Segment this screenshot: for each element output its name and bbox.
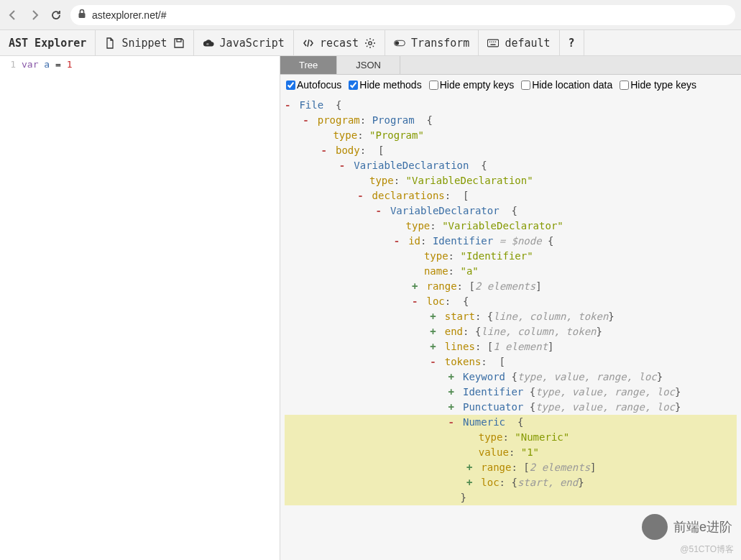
expand-icon[interactable]: + [430, 309, 438, 324]
parser-menu[interactable]: recast [294, 30, 385, 55]
watermark: 前端e进阶 [642, 514, 732, 540]
collapse-icon[interactable]: - [412, 294, 420, 309]
brand-label[interactable]: AST Explorer [0, 30, 96, 55]
collapse-icon[interactable]: - [375, 203, 384, 219]
transform-toggle[interactable]: Transform [385, 30, 479, 55]
collapse-icon[interactable]: - [285, 98, 293, 113]
expand-icon[interactable]: + [448, 385, 457, 400]
back-button[interactable] [6, 8, 20, 22]
collapse-icon[interactable]: - [339, 158, 348, 173]
expand-icon[interactable]: + [466, 460, 475, 475]
keybinding-label: default [505, 37, 550, 50]
svg-rect-0 [79, 13, 86, 18]
line-number: 1 [6, 59, 16, 70]
collapse-icon[interactable]: - [430, 354, 438, 369]
tree-options: Autofocus Hide methods Hide empty keys H… [280, 75, 741, 95]
parser-label: recast [320, 37, 359, 50]
gear-icon[interactable] [364, 37, 376, 49]
lock-icon [78, 9, 86, 21]
expand-icon[interactable]: + [466, 475, 475, 490]
expand-icon[interactable]: + [430, 339, 438, 354]
expand-icon[interactable]: + [448, 400, 457, 415]
collapse-icon[interactable]: - [394, 234, 402, 249]
code-icon [303, 37, 314, 49]
watermark-icon [642, 514, 668, 540]
ast-panel: Tree JSON Autofocus Hide methods Hide em… [280, 56, 741, 560]
svg-rect-1 [177, 39, 181, 42]
svg-rect-6 [488, 40, 499, 47]
output-tabs: Tree JSON [280, 56, 741, 75]
tab-tree[interactable]: Tree [280, 56, 337, 74]
address-bar[interactable]: astexplorer.net/# [70, 5, 735, 25]
expand-icon[interactable]: + [448, 369, 457, 385]
forward-button[interactable] [27, 8, 42, 22]
attribution: @51CTO博客 [680, 543, 734, 556]
document-icon [104, 37, 116, 49]
opt-autofocus[interactable]: Autofocus [286, 79, 341, 91]
opt-hide-loc[interactable]: Hide location data [521, 79, 612, 91]
url-text: astexplorer.net/# [92, 9, 167, 21]
keybinding-menu[interactable]: default [479, 30, 559, 55]
opt-hide-empty[interactable]: Hide empty keys [429, 79, 514, 91]
language-menu[interactable]: ∞ JavaScript [194, 30, 294, 55]
reload-button[interactable] [49, 8, 63, 22]
cloud-icon: ∞ [203, 37, 214, 49]
keyboard-icon [487, 37, 499, 49]
svg-point-5 [395, 41, 400, 45]
svg-point-8 [492, 41, 493, 42]
transform-label: Transform [411, 37, 469, 50]
svg-point-10 [495, 41, 497, 42]
opt-hide-type[interactable]: Hide type keys [620, 79, 696, 91]
opt-hide-methods[interactable]: Hide methods [349, 79, 421, 91]
collapse-icon[interactable]: - [321, 143, 330, 158]
browser-bar: astexplorer.net/# [0, 0, 741, 30]
svg-rect-11 [491, 44, 496, 45]
code-editor[interactable]: 1var a = 1 [0, 56, 280, 560]
collapse-icon[interactable]: - [303, 113, 311, 128]
snippet-menu[interactable]: Snippet [96, 30, 193, 55]
expand-icon[interactable]: + [430, 324, 438, 339]
app-toolbar: AST Explorer Snippet ∞ JavaScript recast… [0, 30, 741, 56]
collapse-icon[interactable]: - [448, 415, 457, 430]
watermark-text: 前端e进阶 [673, 518, 732, 536]
expand-icon[interactable]: + [412, 279, 420, 294]
snippet-label: Snippet [121, 37, 167, 50]
tab-json[interactable]: JSON [337, 56, 400, 74]
toggle-icon [394, 37, 405, 49]
svg-point-7 [489, 41, 491, 42]
collapse-icon[interactable]: - [357, 188, 366, 203]
save-icon[interactable] [173, 37, 185, 49]
ast-tree[interactable]: - File { - program: Program { type: "Pro… [280, 95, 741, 560]
svg-point-3 [369, 41, 372, 44]
svg-point-9 [493, 41, 494, 42]
help-button[interactable]: ? [560, 30, 584, 55]
language-label: JavaScript [220, 37, 285, 50]
